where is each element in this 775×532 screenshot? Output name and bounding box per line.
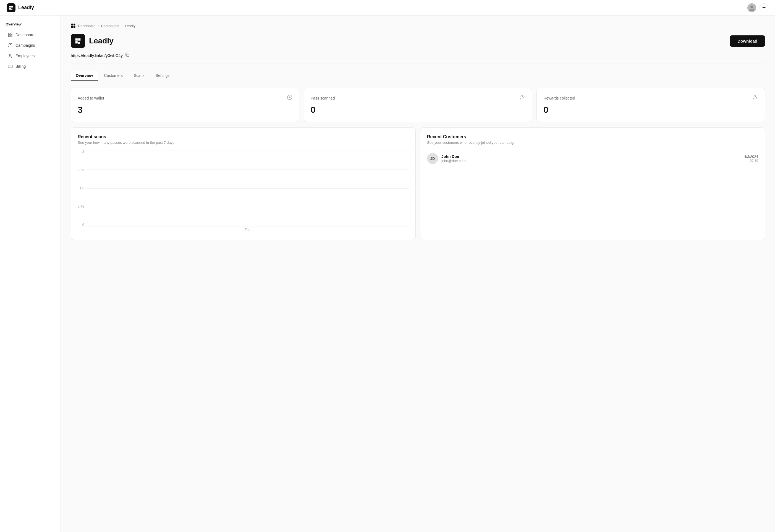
svg-point-6 bbox=[9, 43, 10, 45]
svg-rect-4 bbox=[8, 35, 10, 37]
customer-time-value: 02:30 bbox=[744, 159, 758, 162]
svg-rect-12 bbox=[73, 24, 75, 26]
stat-icon-0 bbox=[287, 95, 292, 101]
copy-url-icon[interactable] bbox=[125, 53, 129, 58]
stat-card-pass-scanned: Pass scanned 0 bbox=[304, 88, 532, 122]
url-bar: https://leadly.link/u/y0wLC4y bbox=[71, 53, 765, 64]
customer-email-jd: john@doe.com bbox=[442, 159, 741, 163]
chart-y-label-0: 0 bbox=[78, 223, 84, 226]
chart-y-label-15: 1.5 bbox=[78, 187, 84, 190]
app-logo[interactable]: Leadly bbox=[7, 3, 34, 12]
page-header: Leadly Download bbox=[71, 34, 765, 48]
chart-y-label-075: 0.75 bbox=[78, 205, 84, 208]
stat-card-added-to-wallet: Added to wallet 3 bbox=[71, 88, 299, 122]
svg-rect-2 bbox=[8, 33, 10, 34]
chart-bars bbox=[86, 150, 409, 226]
svg-rect-5 bbox=[11, 35, 12, 37]
chart-area: Tue bbox=[86, 150, 409, 233]
sidebar-item-dashboard-label: Dashboard bbox=[15, 33, 35, 37]
tab-overview[interactable]: Overview bbox=[71, 70, 98, 81]
svg-rect-9 bbox=[8, 65, 12, 68]
svg-rect-3 bbox=[11, 33, 12, 34]
stat-card-rewards-collected: Rewards collected 0 bbox=[537, 88, 765, 122]
stat-value-0: 3 bbox=[78, 105, 292, 115]
stat-card-header-2: Rewards collected bbox=[543, 95, 758, 101]
recent-customers-title: Recent Customers bbox=[427, 134, 758, 139]
svg-rect-15 bbox=[127, 54, 129, 57]
svg-rect-14 bbox=[73, 26, 75, 28]
sidebar-item-employees[interactable]: Employees bbox=[2, 51, 58, 61]
breadcrumb: Dashboard › Campaigns › Leadly bbox=[71, 23, 765, 28]
customer-name-jd: John Doe bbox=[442, 154, 741, 159]
tab-settings[interactable]: Settings bbox=[151, 70, 175, 81]
tab-scans[interactable]: Scans bbox=[129, 70, 149, 81]
page-title: Leadly bbox=[89, 36, 114, 45]
customer-item-john-doe: JD John Doe john@doe.com 4/3/2024 02:30 bbox=[427, 150, 758, 167]
campaign-url: https://leadly.link/u/y0wLC4y bbox=[71, 53, 123, 58]
customer-avatar-jd: JD bbox=[427, 153, 438, 164]
tabs: Overview Customers Scans Settings bbox=[71, 70, 765, 81]
logo-icon bbox=[7, 3, 15, 12]
breadcrumb-sep-2: › bbox=[121, 24, 122, 28]
chart-y-label-225: 2.25 bbox=[78, 168, 84, 172]
sidebar-item-billing[interactable]: Billing bbox=[2, 61, 58, 72]
sidebar-section-title: Overview bbox=[0, 22, 61, 30]
campaign-icon bbox=[71, 34, 85, 48]
sidebar-item-employees-label: Employees bbox=[15, 54, 35, 58]
stat-value-1: 0 bbox=[311, 105, 526, 115]
recent-customers-card: Recent Customers See your customers who … bbox=[420, 127, 765, 240]
sidebar-item-dashboard[interactable]: Dashboard bbox=[2, 30, 58, 40]
stat-label-0: Added to wallet bbox=[78, 96, 104, 100]
svg-point-19 bbox=[521, 95, 523, 97]
svg-point-1 bbox=[750, 6, 753, 8]
stat-value-2: 0 bbox=[543, 105, 758, 115]
user-avatar[interactable] bbox=[747, 3, 756, 12]
download-button[interactable]: Download bbox=[730, 35, 765, 47]
sidebar-item-campaigns[interactable]: Campaigns bbox=[2, 40, 58, 51]
sidebar: Overview Dashboard Campaigns Employees B… bbox=[0, 15, 61, 532]
breadcrumb-current: Leadly bbox=[125, 24, 135, 28]
svg-point-8 bbox=[9, 54, 11, 56]
chart-y-label-3: 3 bbox=[78, 150, 84, 153]
customer-date-value: 4/3/2024 bbox=[744, 154, 758, 159]
chart-x-label-tue: Tue bbox=[86, 228, 409, 232]
svg-point-20 bbox=[754, 95, 756, 97]
customer-date-jd: 4/3/2024 02:30 bbox=[744, 154, 758, 162]
svg-rect-11 bbox=[71, 24, 73, 26]
stat-icon-1 bbox=[520, 95, 525, 101]
customer-info-jd: John Doe john@doe.com bbox=[442, 154, 741, 163]
main-content: Dashboard › Campaigns › Leadly Leadly Do… bbox=[61, 15, 775, 532]
stat-card-header-1: Pass scanned bbox=[311, 95, 526, 101]
recent-scans-title: Recent scans bbox=[78, 134, 409, 139]
breadcrumb-campaigns[interactable]: Campaigns bbox=[101, 24, 119, 28]
dashboard-icon bbox=[8, 32, 13, 37]
billing-icon bbox=[8, 64, 13, 69]
sidebar-item-billing-label: Billing bbox=[15, 64, 26, 69]
stats-row: Added to wallet 3 Pass scanned 0 bbox=[71, 88, 765, 122]
campaigns-icon bbox=[8, 43, 13, 48]
chart-y-axis: 3 2.25 1.5 0.75 0 bbox=[78, 150, 84, 233]
chart-x-labels: Tue bbox=[86, 226, 409, 233]
svg-rect-13 bbox=[71, 26, 73, 28]
breadcrumb-dashboard[interactable]: Dashboard bbox=[78, 24, 96, 28]
stat-label-2: Rewards collected bbox=[543, 96, 575, 100]
stat-label-1: Pass scanned bbox=[311, 96, 335, 100]
recent-scans-subtitle: See your how many passes were scanned in… bbox=[78, 140, 409, 145]
breadcrumb-logo-icon bbox=[71, 23, 76, 28]
tab-customers[interactable]: Customers bbox=[99, 70, 128, 81]
stat-icon-2 bbox=[753, 95, 758, 101]
theme-toggle-button[interactable]: ☀ bbox=[760, 3, 768, 12]
page-header-left: Leadly bbox=[71, 34, 114, 48]
svg-point-7 bbox=[10, 43, 12, 45]
layout: Overview Dashboard Campaigns Employees B… bbox=[0, 15, 775, 532]
app-name: Leadly bbox=[18, 5, 34, 11]
breadcrumb-sep-1: › bbox=[98, 24, 99, 28]
sidebar-item-campaigns-label: Campaigns bbox=[15, 43, 35, 48]
recent-scans-card: Recent scans See your how many passes we… bbox=[71, 127, 416, 240]
employees-icon bbox=[8, 53, 13, 58]
recent-customers-subtitle: See your customers who recently joined y… bbox=[427, 140, 758, 145]
chart-container: 3 2.25 1.5 0.75 0 bbox=[78, 150, 409, 233]
topbar: Leadly ☀ bbox=[0, 0, 775, 15]
bottom-row: Recent scans See your how many passes we… bbox=[71, 127, 765, 240]
customer-initials: JD bbox=[430, 156, 435, 161]
